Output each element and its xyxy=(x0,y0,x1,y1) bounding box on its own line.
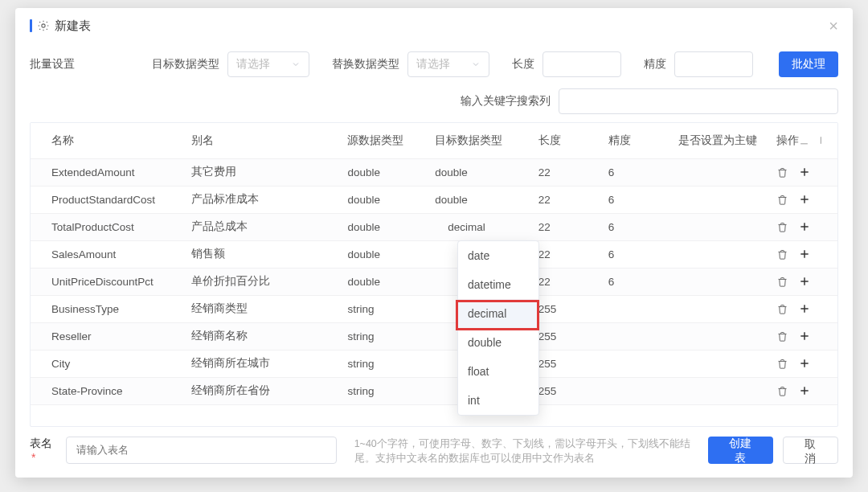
batch-label: 批量设置 xyxy=(30,57,80,72)
delete-row-icon[interactable] xyxy=(776,221,788,233)
dialog-title: 新建表 xyxy=(55,18,91,34)
length-input[interactable] xyxy=(542,51,621,77)
dropdown-option-int[interactable]: int xyxy=(458,386,538,415)
dialog-footer: 表名* 1~40个字符，可使用字母、数字、下划线，需以字母开头，下划线不能结尾。… xyxy=(15,427,853,478)
target-type-dropdown[interactable]: datedatetimedecimaldoublefloatint xyxy=(457,240,539,416)
dropdown-option-decimal[interactable]: decimal xyxy=(458,299,538,328)
cell-length: 255 xyxy=(538,385,557,397)
table-name-input[interactable] xyxy=(66,437,337,464)
columns-table: 名称 别名 源数据类型 目标数据类型 长度 精度 是否设置为主键 操作 xyxy=(31,123,837,405)
add-row-icon[interactable] xyxy=(798,330,811,342)
table-row: ProductStandardCost产品标准成本doubledouble226 xyxy=(31,186,837,213)
cell-name: UnitPriceDiscountPct xyxy=(51,276,154,288)
delete-row-icon[interactable] xyxy=(776,276,788,288)
add-row-icon[interactable] xyxy=(798,248,811,260)
search-input[interactable] xyxy=(559,88,838,114)
header-more-icon[interactable] xyxy=(817,135,828,146)
cell-alias: 其它费用 xyxy=(191,166,236,178)
cell-alias: 经销商类型 xyxy=(191,302,248,314)
replace-type-label: 替换数据类型 xyxy=(332,57,399,72)
add-row-icon[interactable] xyxy=(798,384,811,397)
dialog-title-area: 新建表 xyxy=(30,18,91,34)
th-tgt: 目标数据类型 xyxy=(425,123,528,158)
th-ops-label: 操作 xyxy=(776,133,799,148)
table-row: TotalProductCost产品总成本doubledecimal226 xyxy=(31,213,837,240)
cell-tgt[interactable]: double xyxy=(435,194,468,206)
cell-src: double xyxy=(347,194,380,206)
th-prec: 精度 xyxy=(599,123,669,158)
table-name-helper: 1~40个字符，可使用字母、数字、下划线，需以字母开头，下划线不能结尾。支持中文… xyxy=(354,437,700,467)
cell-tgt[interactable]: double xyxy=(435,166,468,178)
delete-row-icon[interactable] xyxy=(776,166,788,178)
delete-row-icon[interactable] xyxy=(776,303,788,315)
footer-left: 表名* xyxy=(30,437,337,464)
replace-type-select[interactable]: 请选择 xyxy=(407,51,489,77)
add-row-icon[interactable] xyxy=(798,275,811,288)
precision-input[interactable] xyxy=(674,51,753,77)
add-row-icon[interactable] xyxy=(798,357,811,370)
cell-name: ProductStandardCost xyxy=(51,194,155,206)
cell-name: TotalProductCost xyxy=(51,221,134,233)
delete-row-icon[interactable] xyxy=(776,358,788,370)
cell-alias: 产品标准成本 xyxy=(191,193,259,205)
cell-length: 22 xyxy=(538,276,551,288)
cancel-button[interactable]: 取消 xyxy=(783,437,838,464)
create-table-button[interactable]: 创建表 xyxy=(708,437,773,464)
dropdown-option-float[interactable]: float xyxy=(458,357,538,386)
target-type-select[interactable]: 请选择 xyxy=(227,51,309,77)
cell-alias: 产品总成本 xyxy=(191,220,248,232)
cell-alias: 经销商名称 xyxy=(191,330,248,342)
target-type-placeholder: 请选择 xyxy=(236,57,270,72)
add-row-icon[interactable] xyxy=(798,166,811,178)
table-row: State-Province经销商所在省份string255 xyxy=(31,377,837,404)
dialog-header: 新建表 × xyxy=(15,8,853,43)
cell-alias: 单价折扣百分比 xyxy=(191,275,270,287)
cell-precision: 6 xyxy=(608,276,615,288)
cell-length: 22 xyxy=(538,194,551,206)
th-pk: 是否设置为主键 xyxy=(669,123,767,158)
th-ops: 操作 xyxy=(767,123,837,158)
target-type-label: 目标数据类型 xyxy=(152,57,219,72)
table-row: City经销商所在城市string255 xyxy=(31,350,837,377)
columns-table-wrap: 名称 别名 源数据类型 目标数据类型 长度 精度 是否设置为主键 操作 xyxy=(30,122,838,427)
cell-src: string xyxy=(347,385,374,397)
close-icon[interactable]: × xyxy=(829,18,838,34)
cell-tgt-value[interactable]: decimal xyxy=(435,221,485,233)
cell-name: City xyxy=(51,358,70,370)
table-row: SalesAmount销售额double226 xyxy=(31,240,837,268)
th-src: 源数据类型 xyxy=(338,123,425,158)
th-name: 名称 xyxy=(31,123,182,158)
dropdown-option-double[interactable]: double xyxy=(458,328,538,357)
cell-name: BusinessType xyxy=(51,303,119,315)
add-row-icon[interactable] xyxy=(798,193,811,206)
cell-alias: 经销商所在省份 xyxy=(191,384,270,396)
table-row: ExtendedAmount其它费用doubledouble226 xyxy=(31,158,837,186)
dropdown-option-datetime[interactable]: datetime xyxy=(458,270,538,299)
batch-process-button[interactable]: 批处理 xyxy=(779,51,838,77)
cell-src: string xyxy=(347,303,374,315)
cell-precision: 6 xyxy=(608,194,615,206)
cell-length: 22 xyxy=(538,166,551,178)
delete-row-icon[interactable] xyxy=(776,194,788,206)
cell-src: double xyxy=(347,276,380,288)
add-row-icon[interactable] xyxy=(798,220,811,233)
cell-src: double xyxy=(347,248,380,260)
dropdown-option-date[interactable]: date xyxy=(458,241,538,270)
cell-alias: 销售额 xyxy=(191,248,225,260)
delete-row-icon[interactable] xyxy=(776,330,788,342)
length-label: 长度 xyxy=(512,57,534,72)
add-row-icon[interactable] xyxy=(798,302,811,315)
delete-row-icon[interactable] xyxy=(776,248,788,260)
search-row: 输入关键字搜索列 xyxy=(15,88,853,122)
cell-src: string xyxy=(347,330,374,342)
table-row: BusinessType经销商类型string255 xyxy=(31,295,837,322)
table-row: UnitPriceDiscountPct单价折扣百分比double226 xyxy=(31,268,837,295)
cell-src: string xyxy=(347,358,374,370)
cell-name: SalesAmount xyxy=(51,248,116,260)
th-alias: 别名 xyxy=(182,123,338,158)
delete-row-icon[interactable] xyxy=(776,385,788,397)
cell-name: State-Province xyxy=(51,385,123,397)
header-edit-icon[interactable] xyxy=(799,135,809,146)
chevron-down-icon xyxy=(471,59,481,69)
th-len: 长度 xyxy=(529,123,599,158)
